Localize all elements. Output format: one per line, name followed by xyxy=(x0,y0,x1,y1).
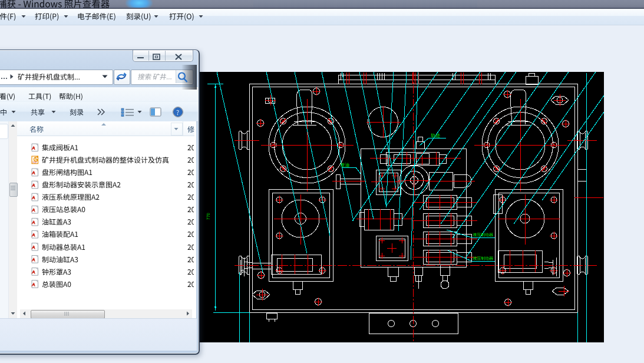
svg-text:PDF: PDF xyxy=(32,161,37,164)
